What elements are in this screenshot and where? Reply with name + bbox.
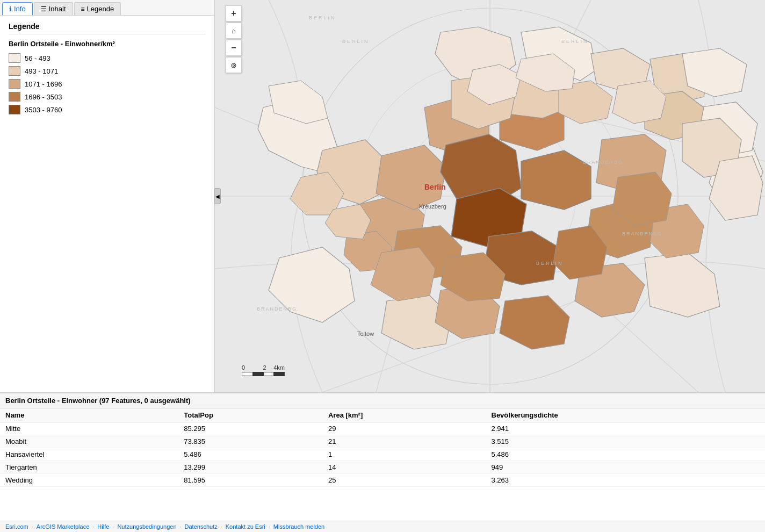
legend-swatch-5	[9, 105, 20, 114]
legend-swatch-4	[9, 92, 20, 102]
scale-bar: 0 2 4km	[242, 364, 285, 376]
footer-separator: ·	[180, 523, 182, 530]
legend-swatch-2	[9, 66, 20, 76]
cell-density: 2.941	[486, 422, 766, 435]
legend-icon: ≡	[81, 5, 85, 13]
col-name: Name	[0, 408, 178, 422]
map-svg[interactable]	[215, 0, 765, 392]
footer-separator: ·	[92, 523, 94, 530]
legend-label-4: 1696 - 3503	[25, 93, 62, 101]
cell-area: 25	[323, 474, 486, 487]
footer-separator: ·	[221, 523, 222, 530]
cell-density: 949	[486, 461, 766, 474]
table-title: Berlin Ortsteile - Einwohner (97 Feature…	[5, 397, 191, 405]
map-controls: + ⌂ − ◎	[226, 5, 242, 73]
footer-link[interactable]: Datenschutz	[185, 523, 218, 530]
cell-name: Wedding	[0, 474, 178, 487]
tab-inhalt[interactable]: ☰ Inhalt	[34, 2, 73, 15]
legend-label-1: 56 - 493	[25, 54, 50, 62]
zoom-out-button[interactable]: −	[226, 40, 242, 56]
legend-item-1: 56 - 493	[9, 53, 206, 63]
sidebar-content: Legende Berlin Ortsteile - Einwohner/km²…	[0, 16, 214, 392]
cell-name: Moabit	[0, 435, 178, 448]
footer-bar: Esri.com · ArcGIS Marketplace · Hilfe · …	[0, 521, 765, 532]
cell-totalpop: 73.835	[178, 435, 323, 448]
footer-link[interactable]: Esri.com	[5, 523, 28, 530]
cell-name: Tiergarten	[0, 461, 178, 474]
cell-area: 1	[323, 448, 486, 461]
scale-label-2: 2	[263, 364, 266, 371]
legende-title: Legende	[9, 22, 206, 34]
legend-item-3: 1071 - 1696	[9, 79, 206, 89]
zoom-in-button[interactable]: +	[226, 5, 242, 21]
table-row[interactable]: Tiergarten 13.299 14 949	[0, 461, 765, 474]
table-row[interactable]: Mitte 85.295 29 2.941	[0, 422, 765, 435]
cell-name: Mitte	[0, 422, 178, 435]
sidebar: ℹ Info ☰ Inhalt ≡ Legende Legende Berlin…	[0, 0, 215, 392]
footer-separator: ·	[32, 523, 33, 530]
tab-info[interactable]: ℹ Info	[2, 2, 33, 15]
info-icon: ℹ	[9, 5, 12, 13]
footer-link[interactable]: Nutzungsbedingungen	[117, 523, 176, 530]
legend-item-4: 1696 - 3503	[9, 92, 206, 102]
cell-density: 5.486	[486, 448, 766, 461]
col-density: Bevölkerungsdichte	[486, 408, 766, 422]
cell-totalpop: 13.299	[178, 461, 323, 474]
legend-label-3: 1071 - 1696	[25, 80, 62, 88]
bottom-panel: Berlin Ortsteile - Einwohner (97 Feature…	[0, 392, 765, 521]
legend-items: 56 - 493 493 - 1071 1071 - 1696 1696 - 3…	[9, 53, 206, 114]
footer-link[interactable]: Missbrauch melden	[273, 523, 324, 530]
collapse-sidebar-button[interactable]: ◀	[214, 188, 221, 204]
map-area[interactable]: + ⌂ − ◎ 0 2 4km Berlin Kreuzberg Teltow …	[215, 0, 765, 392]
footer-link[interactable]: ArcGIS Marketplace	[37, 523, 89, 530]
scale-label-4km: 4km	[273, 364, 285, 371]
legend-item-2: 493 - 1071	[9, 66, 206, 76]
cell-totalpop: 81.595	[178, 474, 323, 487]
layer-title: Berlin Ortsteile - Einwohner/km²	[9, 40, 206, 48]
legend-label-2: 493 - 1071	[25, 67, 58, 75]
scale-ruler	[242, 372, 285, 376]
scale-labels: 0 2 4km	[242, 364, 285, 371]
col-totalpop: TotalPop	[178, 408, 323, 422]
col-area: Area [km²]	[323, 408, 486, 422]
footer-separator: ·	[269, 523, 270, 530]
legend-swatch-3	[9, 79, 20, 89]
footer-separator: ·	[112, 523, 114, 530]
table-row[interactable]: Wedding 81.595 25 3.263	[0, 474, 765, 487]
home-button[interactable]: ⌂	[226, 23, 242, 39]
cell-name: Hansaviertel	[0, 448, 178, 461]
footer-link[interactable]: Kontakt zu Esri	[226, 523, 265, 530]
tab-legende[interactable]: ≡ Legende	[74, 2, 121, 15]
cell-density: 3.263	[486, 474, 766, 487]
list-icon: ☰	[41, 5, 47, 13]
cell-totalpop: 5.486	[178, 448, 323, 461]
cell-area: 29	[323, 422, 486, 435]
cell-density: 3.515	[486, 435, 766, 448]
legend-swatch-1	[9, 53, 20, 63]
cell-area: 21	[323, 435, 486, 448]
locate-button[interactable]: ◎	[226, 57, 242, 73]
legend-label-5: 3503 - 9760	[25, 106, 62, 114]
legend-item-5: 3503 - 9760	[9, 105, 206, 114]
table-row[interactable]: Hansaviertel 5.486 1 5.486	[0, 448, 765, 461]
table-row[interactable]: Moabit 73.835 21 3.515	[0, 435, 765, 448]
footer-link[interactable]: Hilfe	[97, 523, 109, 530]
tab-bar: ℹ Info ☰ Inhalt ≡ Legende	[0, 0, 214, 16]
table-column-row: Name TotalPop Area [km²] Bevölkerungsdic…	[0, 408, 765, 422]
table-header: Berlin Ortsteile - Einwohner (97 Feature…	[0, 393, 765, 408]
scale-label-0: 0	[242, 364, 245, 371]
data-table: Name TotalPop Area [km²] Bevölkerungsdic…	[0, 408, 765, 487]
cell-area: 14	[323, 461, 486, 474]
cell-totalpop: 85.295	[178, 422, 323, 435]
